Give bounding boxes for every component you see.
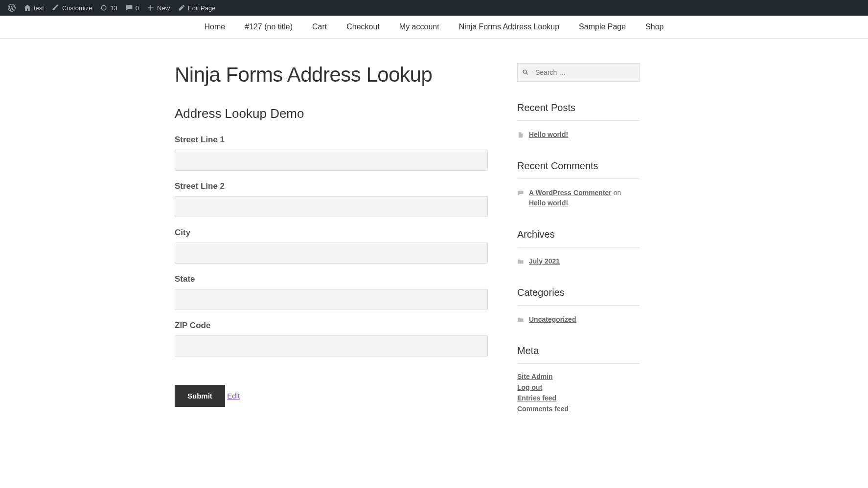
divider	[517, 120, 640, 121]
plus-icon	[147, 4, 155, 12]
archives-title: Archives	[517, 229, 640, 240]
field-zip: ZIP Code	[175, 321, 488, 356]
list-item: A WordPress Commenter on Hello world!	[517, 188, 640, 208]
divider	[517, 247, 640, 247]
list-item: Uncategorized	[517, 314, 640, 325]
main-nav: Home #127 (no title) Cart Checkout My ac…	[0, 16, 868, 39]
list-item: July 2021	[517, 256, 640, 266]
widget-archives: Archives July 2021	[517, 229, 640, 266]
recent-posts-title: Recent Posts	[517, 102, 640, 113]
search-widget	[517, 63, 640, 82]
list-item: Hello world!	[517, 130, 640, 140]
input-state[interactable]	[175, 289, 488, 310]
nav-item-home[interactable]: Home	[194, 16, 235, 38]
main-content: Ninja Forms Address Lookup Address Looku…	[175, 63, 488, 433]
customize-text: Customize	[62, 4, 92, 12]
comments-count: 0	[136, 4, 139, 12]
wp-logo[interactable]	[4, 0, 20, 16]
nav-item-sample-page[interactable]: Sample Page	[569, 16, 636, 38]
category-link[interactable]: Uncategorized	[529, 314, 576, 325]
recent-comments-title: Recent Comments	[517, 160, 640, 172]
new-text: New	[157, 4, 170, 12]
wordpress-icon	[8, 4, 16, 12]
widget-categories: Categories Uncategorized	[517, 287, 640, 325]
meta-site-admin[interactable]: Site Admin	[517, 373, 640, 380]
divider	[517, 178, 640, 179]
meta-title: Meta	[517, 345, 640, 356]
recent-post-link[interactable]: Hello world!	[529, 130, 568, 140]
edit-page-text: Edit Page	[188, 4, 215, 12]
sidebar: Recent Posts Hello world! Recent Comment…	[517, 63, 640, 433]
folder-icon	[517, 316, 524, 323]
search-icon	[521, 68, 530, 77]
updates-link[interactable]: 13	[96, 0, 121, 16]
widget-meta: Meta Site Admin Log out Entries feed Com…	[517, 345, 640, 413]
meta-entries-feed[interactable]: Entries feed	[517, 394, 640, 402]
comment-on-text: on	[612, 189, 621, 197]
widget-recent-posts: Recent Posts Hello world!	[517, 102, 640, 140]
label-city: City	[175, 228, 488, 238]
comment-icon	[125, 4, 133, 12]
label-street-2: Street Line 2	[175, 181, 488, 191]
customize-link[interactable]: Customize	[48, 0, 96, 16]
folder-icon	[517, 258, 524, 265]
page-title: Ninja Forms Address Lookup	[175, 63, 488, 87]
search-input[interactable]	[517, 63, 640, 82]
divider	[517, 305, 640, 306]
site-name-link[interactable]: test	[20, 0, 48, 16]
document-icon	[517, 131, 524, 138]
label-zip: ZIP Code	[175, 321, 488, 331]
field-street-2: Street Line 2	[175, 181, 488, 217]
nav-item-address-lookup[interactable]: Ninja Forms Address Lookup	[449, 16, 569, 38]
brush-icon	[52, 4, 60, 12]
comment-icon	[517, 189, 524, 196]
wp-admin-bar: test Customize 13 0 New Edit Page	[0, 0, 868, 16]
field-city: City	[175, 228, 488, 264]
field-state: State	[175, 274, 488, 310]
form-title: Address Lookup Demo	[175, 106, 488, 121]
pencil-icon	[178, 4, 185, 12]
field-street-1: Street Line 1	[175, 135, 488, 171]
site-name-text: test	[34, 4, 44, 12]
comment-author-link[interactable]: A WordPress Commenter	[529, 189, 612, 197]
submit-button[interactable]: Submit	[175, 385, 225, 407]
input-zip[interactable]	[175, 335, 488, 356]
input-street-1[interactable]	[175, 150, 488, 171]
comment-post-link[interactable]: Hello world!	[529, 199, 568, 207]
new-link[interactable]: New	[143, 0, 174, 16]
archive-link[interactable]: July 2021	[529, 256, 560, 266]
input-street-2[interactable]	[175, 196, 488, 217]
widget-recent-comments: Recent Comments A WordPress Commenter on…	[517, 160, 640, 208]
nav-item-my-account[interactable]: My account	[389, 16, 449, 38]
update-icon	[100, 4, 108, 12]
label-street-1: Street Line 1	[175, 135, 488, 145]
nav-item-shop[interactable]: Shop	[636, 16, 673, 38]
nav-item-127[interactable]: #127 (no title)	[235, 16, 302, 38]
nav-item-checkout[interactable]: Checkout	[337, 16, 389, 38]
nav-item-cart[interactable]: Cart	[302, 16, 337, 38]
updates-count: 13	[110, 4, 117, 12]
divider	[517, 363, 640, 364]
label-state: State	[175, 274, 488, 284]
edit-page-link[interactable]: Edit Page	[174, 0, 219, 16]
comments-link[interactable]: 0	[121, 0, 143, 16]
home-icon	[23, 4, 31, 12]
meta-comments-feed[interactable]: Comments feed	[517, 405, 640, 413]
edit-link[interactable]: Edit	[227, 392, 240, 400]
meta-log-out[interactable]: Log out	[517, 383, 640, 391]
categories-title: Categories	[517, 287, 640, 298]
input-city[interactable]	[175, 243, 488, 264]
